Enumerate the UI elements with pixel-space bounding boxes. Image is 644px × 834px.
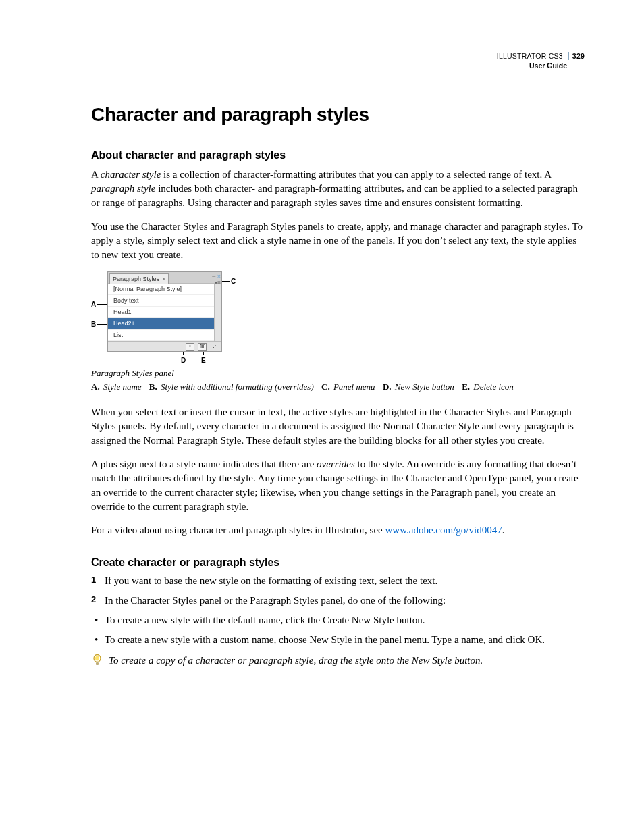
paragraph-styles-panel: Paragraph Styles× – × ▾≡ [Normal Paragra…: [107, 271, 222, 352]
list-item: List: [108, 330, 221, 341]
section-heading-create: Create character or paragraph styles: [91, 555, 583, 570]
list-item: Body text: [108, 295, 221, 307]
bullet-item: To create a new style with a custom name…: [91, 633, 583, 647]
callout-label: B: [91, 320, 96, 330]
body-paragraph: When you select text or insert the curso…: [91, 405, 583, 448]
step-number: 1: [91, 574, 96, 586]
list-item: Head1: [108, 307, 221, 318]
guide-subtitle: User Guide: [497, 61, 585, 70]
section-heading-about: About character and paragraph styles: [91, 148, 583, 163]
figure-caption: Paragraph Styles panel: [91, 367, 583, 380]
term-character-style: character style: [101, 169, 161, 180]
body-paragraph: A plus sign next to a style name indicat…: [91, 457, 583, 514]
minimize-icon: –: [212, 273, 215, 280]
delete-icon: 🗑: [198, 343, 207, 351]
callout-label: D: [181, 356, 186, 365]
close-icon: ×: [162, 276, 165, 282]
callout-label: E: [201, 356, 206, 365]
page-number: 329: [568, 52, 585, 60]
step-number: 2: [91, 594, 96, 606]
scrollbar: [214, 284, 221, 342]
step-item: 2 In the Character Styles panel or the P…: [91, 594, 583, 608]
lightbulb-icon: [92, 654, 102, 667]
product-name: ILLUSTRATOR CS3: [497, 52, 563, 60]
body-paragraph: You use the Character Styles and Paragra…: [91, 219, 583, 262]
resize-grip-icon: ⋰: [211, 343, 219, 350]
bullet-item: To create a new style with the default n…: [91, 613, 583, 627]
term-overrides: overrides: [317, 459, 355, 469]
style-list: [Normal Paragraph Style] Body text Head1…: [108, 283, 221, 341]
running-header: ILLUSTRATOR CS3 329 User Guide: [497, 51, 585, 70]
callout-label: A: [91, 300, 96, 309]
new-style-icon: ▫: [186, 343, 194, 351]
figure-legend: A. Style name B. Style with additional f…: [91, 381, 583, 393]
body-paragraph: For a video about using character and pa…: [91, 523, 583, 538]
page-title: Character and paragraph styles: [91, 101, 583, 128]
tip-note: To create a copy of a character or parag…: [91, 654, 583, 668]
svg-point-1: [95, 656, 99, 661]
list-item-selected: Head2+: [108, 318, 221, 330]
svg-rect-2: [96, 662, 99, 665]
figure-paragraph-styles-panel: A B C D E Paragraph Styles× – × ▾≡ [Norm…: [91, 271, 246, 366]
step-item: 1 If you want to base the new style on t…: [91, 574, 583, 588]
term-paragraph-style: paragraph style: [91, 183, 155, 194]
close-icon: ×: [217, 273, 221, 280]
list-item: [Normal Paragraph Style]: [108, 284, 221, 295]
panel-tab: Paragraph Styles×: [109, 273, 169, 284]
video-link[interactable]: www.adobe.com/go/vid0047: [385, 525, 502, 536]
callout-label: C: [231, 277, 236, 286]
body-paragraph: A character style is a collection of cha…: [91, 167, 583, 210]
